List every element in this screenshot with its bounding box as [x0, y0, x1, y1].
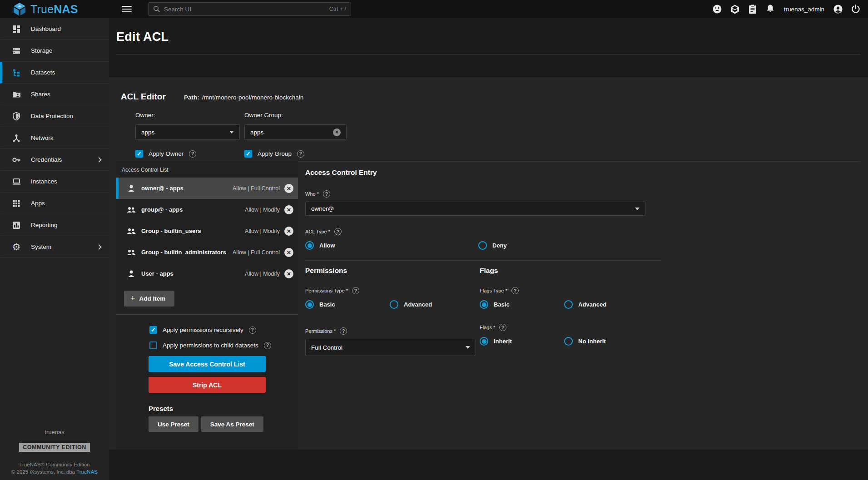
flags-type-advanced-radio[interactable]	[564, 300, 573, 309]
help-icon[interactable]: ?	[249, 327, 256, 334]
help-icon[interactable]: ?	[334, 228, 342, 235]
sidebar-item-storage[interactable]: Storage	[0, 40, 109, 62]
chevron-down-icon	[635, 208, 640, 210]
apply-child-datasets-checkbox[interactable]	[149, 341, 157, 349]
truecommand-icon[interactable]	[730, 4, 740, 14]
network-icon	[11, 133, 21, 143]
jobs-clipboard-icon[interactable]	[748, 4, 758, 14]
sidebar-item-dashboard[interactable]: Dashboard	[0, 18, 109, 40]
acl-type-allow-radio[interactable]	[305, 241, 314, 250]
truenas-logo[interactable]: TrueNAS	[0, 2, 109, 16]
sidebar-item-label: Storage	[31, 47, 52, 54]
acl-type-label: ACL Type *	[305, 229, 330, 234]
flags-type-basic-radio[interactable]	[480, 300, 488, 309]
apply-owner-checkbox[interactable]: ✓	[135, 150, 143, 158]
search-box[interactable]: Ctrl + /	[148, 2, 351, 16]
user-icon	[126, 269, 136, 279]
help-icon[interactable]: ?	[352, 287, 359, 294]
apply-child-datasets-label: Apply permissions to child datasets	[163, 342, 258, 349]
panel-divider	[116, 314, 298, 315]
flags-inherit-radio[interactable]	[480, 337, 488, 346]
acl-entry-row[interactable]: group@ - apps Allow | Modify ×	[116, 199, 298, 220]
sidebar-item-label: Data Protection	[31, 113, 73, 119]
who-select[interactable]: owner@	[305, 202, 645, 216]
flags-inherit-label: Inherit	[494, 338, 512, 345]
power-icon[interactable]	[851, 4, 861, 14]
sidebar-item-credentials[interactable]: Credentials	[0, 149, 109, 171]
user-avatar-icon[interactable]	[833, 4, 843, 14]
acl-editor-title: ACL Editor	[121, 92, 166, 102]
owner-label: Owner:	[135, 112, 240, 119]
permissions-type-basic-label: Basic	[319, 301, 335, 308]
sidebar-item-shares[interactable]: Shares	[0, 84, 109, 105]
search-input[interactable]	[164, 6, 326, 13]
add-item-button[interactable]: +Add Item	[124, 291, 174, 307]
help-icon[interactable]: ?	[297, 150, 304, 158]
apply-group-checkbox[interactable]: ✓	[244, 150, 252, 158]
acl-entry-row[interactable]: owner@ - apps Allow | Full Control ×	[116, 178, 298, 199]
permissions-type-basic-radio[interactable]	[305, 300, 314, 309]
permissions-type-advanced-label: Advanced	[404, 301, 432, 308]
save-as-preset-button[interactable]: Save As Preset	[201, 416, 263, 432]
permissions-type-label: Permissions Type *	[305, 288, 348, 293]
apply-recursively-checkbox[interactable]: ✓	[149, 326, 157, 334]
strip-acl-button[interactable]: Strip ACL	[149, 377, 266, 393]
ace-title: Access Control Entry	[305, 168, 861, 177]
help-icon[interactable]: ?	[189, 150, 196, 158]
menu-toggle-icon[interactable]	[122, 4, 132, 14]
remove-entry-icon[interactable]: ×	[284, 248, 293, 257]
clear-icon[interactable]: ×	[333, 129, 341, 136]
acl-entry-summary: Allow | Modify	[245, 207, 280, 213]
remove-entry-icon[interactable]: ×	[284, 227, 293, 236]
sidebar-item-label: Credentials	[31, 156, 62, 163]
sidebar-item-reporting[interactable]: Reporting	[0, 214, 109, 236]
permissions-type-advanced-radio[interactable]	[390, 300, 398, 309]
footer-edition-text: TrueNAS® Community Edition	[0, 462, 109, 467]
help-icon[interactable]: ?	[499, 324, 506, 331]
group-icon	[126, 247, 136, 257]
use-preset-button[interactable]: Use Preset	[149, 416, 198, 432]
apply-owner-label: Apply Owner	[149, 150, 184, 157]
flags-type-advanced-label: Advanced	[578, 301, 606, 308]
acl-entry-row[interactable]: Group - builtin_users Allow | Modify ×	[116, 220, 298, 242]
sidebar-item-instances[interactable]: Instances	[0, 171, 109, 193]
feedback-smiley-icon[interactable]	[712, 4, 722, 14]
acl-type-deny-radio[interactable]	[478, 241, 487, 250]
sidebar-item-apps[interactable]: Apps	[0, 193, 109, 214]
remove-entry-icon[interactable]: ×	[284, 184, 293, 193]
help-icon[interactable]: ?	[340, 327, 347, 335]
truenas-footer-link[interactable]: TrueNAS	[76, 469, 98, 475]
owner-select[interactable]: apps	[135, 124, 240, 140]
acl-entry-row[interactable]: Group - builtin_administrators Allow | F…	[116, 242, 298, 263]
help-icon[interactable]: ?	[264, 342, 271, 349]
save-acl-button[interactable]: Save Access Control List	[149, 356, 266, 372]
flags-no-inherit-radio[interactable]	[564, 337, 573, 346]
sidebar-item-data-protection[interactable]: Data Protection	[0, 105, 109, 127]
key-icon	[11, 155, 21, 165]
permissions-section: Permissions Permissions Type * ? Basic A…	[305, 267, 480, 356]
help-icon[interactable]: ?	[511, 287, 519, 294]
shield-icon	[11, 111, 21, 121]
permissions-select[interactable]: Full Control	[305, 339, 476, 356]
user-icon	[126, 183, 136, 193]
plus-icon: +	[130, 295, 135, 302]
sidebar-item-system[interactable]: ⚙ System	[0, 236, 109, 258]
sidebar-item-datasets[interactable]: Datasets	[0, 62, 109, 84]
title-divider	[116, 54, 861, 54]
sidebar-item-label: Apps	[31, 200, 45, 207]
acl-entry-row[interactable]: User - apps Allow | Modify ×	[116, 263, 298, 284]
remove-entry-icon[interactable]: ×	[284, 205, 293, 214]
alerts-bell-icon[interactable]	[765, 4, 775, 14]
sidebar-item-label: Datasets	[31, 69, 55, 76]
acl-type-deny-label: Deny	[492, 242, 507, 249]
permissions-label: Permissions *	[305, 328, 336, 334]
help-icon[interactable]: ?	[323, 190, 330, 198]
permissions-heading: Permissions	[305, 267, 480, 275]
remove-entry-icon[interactable]: ×	[284, 269, 293, 278]
owner-group-input[interactable]: apps ×	[244, 124, 347, 140]
hostname-label: truenas	[0, 429, 109, 435]
who-label: Who *	[305, 191, 319, 197]
acl-editor-card: ACL Editor Path:/mnt/monero-pool/monero-…	[109, 77, 868, 450]
owner-group-label: Owner Group:	[244, 112, 347, 119]
sidebar-item-network[interactable]: Network	[0, 127, 109, 149]
